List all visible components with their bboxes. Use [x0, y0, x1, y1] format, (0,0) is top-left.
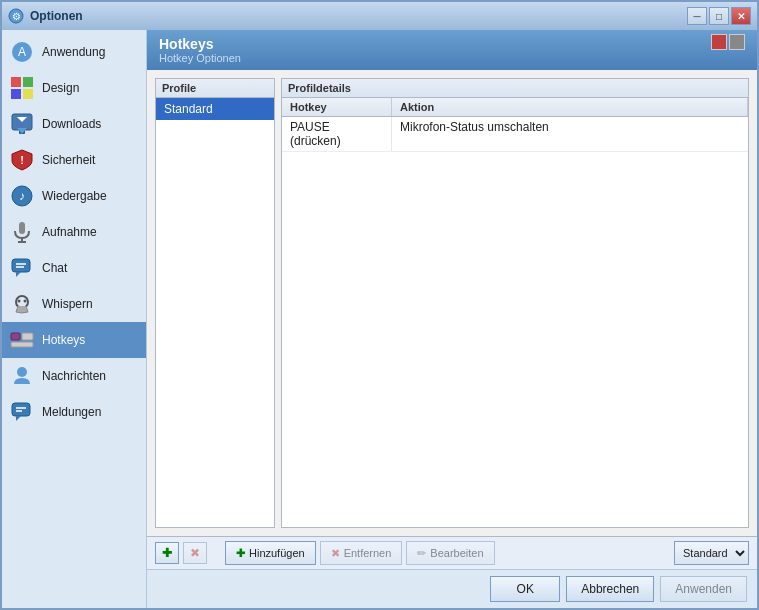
col-header-hotkey: Hotkey [282, 98, 392, 116]
remove-profile-button[interactable]: ✖ [183, 542, 207, 564]
chat-icon [10, 256, 34, 280]
svg-marker-19 [16, 272, 21, 277]
profile-select[interactable]: Standard [674, 541, 749, 565]
svg-marker-30 [16, 416, 21, 421]
color-box-gray [729, 34, 745, 50]
table-header: Hotkey Aktion [282, 98, 748, 117]
svg-text:!: ! [20, 154, 24, 166]
bottom-buttons: OK Abbrechen Anwenden [147, 569, 757, 608]
svg-rect-26 [22, 333, 33, 340]
sidebar-item-downloads[interactable]: Downloads [2, 106, 146, 142]
sidebar-item-hotkeys[interactable]: Hotkeys [2, 322, 146, 358]
svg-rect-25 [11, 333, 20, 340]
cell-hotkey: PAUSE (drücken) [282, 117, 392, 151]
sidebar-label-sicherheit: Sicherheit [42, 153, 95, 167]
table-row[interactable]: PAUSE (drücken) Mikrofon-Status umschalt… [282, 117, 748, 152]
window-title: Optionen [30, 9, 83, 23]
svg-rect-7 [23, 89, 33, 99]
add-profile-button[interactable]: ✚ [155, 542, 179, 564]
sicherheit-icon: ! [10, 148, 34, 172]
sidebar-label-nachrichten: Nachrichten [42, 369, 106, 383]
window-icon: ⚙ [8, 8, 24, 24]
sidebar-item-sicherheit[interactable]: ! Sicherheit [2, 142, 146, 178]
sidebar-label-wiedergabe: Wiedergabe [42, 189, 107, 203]
svg-rect-29 [12, 403, 30, 416]
sidebar: A Anwendung Design [2, 30, 147, 608]
sidebar-label-design: Design [42, 81, 79, 95]
aufnahme-icon [10, 220, 34, 244]
svg-rect-6 [11, 89, 21, 99]
svg-rect-15 [19, 222, 25, 234]
sidebar-item-wiedergabe[interactable]: ♪ Wiedergabe [2, 178, 146, 214]
ok-button[interactable]: OK [490, 576, 560, 602]
remove-profile-icon: ✖ [190, 546, 200, 560]
entfernen-button[interactable]: ✖ Entfernen [320, 541, 403, 565]
hotkeys-icon [10, 328, 34, 352]
svg-text:A: A [18, 45, 26, 59]
content-area: Profile Standard Profildetails Hotkey Ak… [147, 70, 757, 536]
sidebar-item-chat[interactable]: Chat [2, 250, 146, 286]
svg-rect-5 [23, 77, 33, 87]
sidebar-label-whispern: Whispern [42, 297, 93, 311]
options-window: ⚙ Optionen ─ □ ✕ A Anwendung [0, 0, 759, 610]
downloads-icon [10, 112, 34, 136]
svg-marker-11 [17, 128, 27, 134]
color-box-red [711, 34, 727, 50]
nachrichten-icon [10, 364, 34, 388]
svg-point-23 [18, 300, 21, 303]
anwenden-button[interactable]: Anwenden [660, 576, 747, 602]
svg-point-24 [24, 300, 27, 303]
svg-text:⚙: ⚙ [12, 11, 21, 22]
close-button[interactable]: ✕ [731, 7, 751, 25]
maximize-button[interactable]: □ [709, 7, 729, 25]
bearbeiten-button[interactable]: ✏ Bearbeiten [406, 541, 494, 565]
profile-item-standard[interactable]: Standard [156, 98, 274, 120]
hinzufuegen-button[interactable]: ✚ Hinzufügen [225, 541, 316, 565]
profiles-header: Profile [156, 79, 274, 98]
anwendung-icon: A [10, 40, 34, 64]
entfernen-icon: ✖ [331, 547, 340, 560]
bottom-toolbar: ✚ ✖ ✚ Hinzufügen ✖ Entfernen ✏ Bearbeite… [147, 536, 757, 569]
col-header-aktion: Aktion [392, 98, 748, 116]
sidebar-label-hotkeys: Hotkeys [42, 333, 85, 347]
sidebar-item-design[interactable]: Design [2, 70, 146, 106]
entfernen-label: Entfernen [344, 547, 392, 559]
sidebar-label-aufnahme: Aufnahme [42, 225, 97, 239]
title-bar-left: ⚙ Optionen [8, 8, 83, 24]
main-content: Hotkeys Hotkey Optionen Profile Standard… [147, 30, 757, 608]
panel-title: Hotkeys [159, 36, 745, 52]
window-body: A Anwendung Design [2, 30, 757, 608]
hinzufuegen-icon: ✚ [236, 547, 245, 560]
profiles-panel: Profile Standard [155, 78, 275, 528]
details-panel: Profildetails Hotkey Aktion PAUSE (drück… [281, 78, 749, 528]
sidebar-label-downloads: Downloads [42, 117, 101, 131]
sidebar-item-nachrichten[interactable]: Nachrichten [2, 358, 146, 394]
svg-rect-18 [12, 259, 30, 272]
table-body: PAUSE (drücken) Mikrofon-Status umschalt… [282, 117, 748, 527]
hinzufuegen-label: Hinzufügen [249, 547, 305, 559]
title-bar: ⚙ Optionen ─ □ ✕ [2, 2, 757, 30]
panel-header-right [711, 34, 745, 50]
abbrechen-button[interactable]: Abbrechen [566, 576, 654, 602]
sidebar-label-anwendung: Anwendung [42, 45, 105, 59]
cell-aktion: Mikrofon-Status umschalten [392, 117, 748, 151]
sidebar-item-whispern[interactable]: Whispern [2, 286, 146, 322]
meldungen-icon [10, 400, 34, 424]
sidebar-item-meldungen[interactable]: Meldungen [2, 394, 146, 430]
panel-header: Hotkeys Hotkey Optionen [147, 30, 757, 70]
sidebar-label-chat: Chat [42, 261, 67, 275]
minimize-button[interactable]: ─ [687, 7, 707, 25]
svg-point-28 [17, 367, 27, 377]
sidebar-item-anwendung[interactable]: A Anwendung [2, 34, 146, 70]
wiedergabe-icon: ♪ [10, 184, 34, 208]
add-profile-icon: ✚ [162, 546, 172, 560]
title-buttons: ─ □ ✕ [687, 7, 751, 25]
sidebar-item-aufnahme[interactable]: Aufnahme [2, 214, 146, 250]
design-icon [10, 76, 34, 100]
sidebar-label-meldungen: Meldungen [42, 405, 101, 419]
bearbeiten-label: Bearbeiten [430, 547, 483, 559]
bearbeiten-icon: ✏ [417, 547, 426, 560]
svg-rect-27 [11, 342, 33, 347]
whispern-icon [10, 292, 34, 316]
svg-rect-4 [11, 77, 21, 87]
